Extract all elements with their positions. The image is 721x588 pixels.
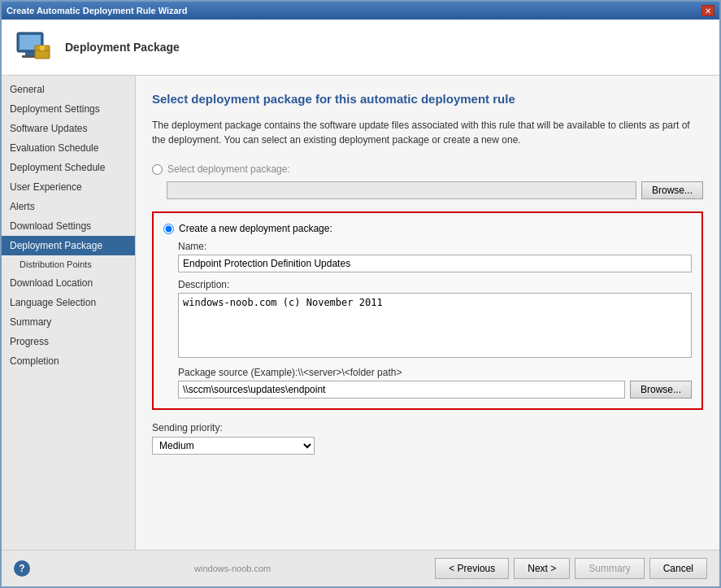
svg-rect-2 [25, 52, 35, 55]
create-radio-row: Create a new deployment package: [163, 223, 692, 234]
footer-buttons: < Previous Next > Summary Cancel [435, 558, 707, 579]
sidebar: General Deployment Settings Software Upd… [2, 76, 136, 550]
sidebar-item-download-location[interactable]: Download Location [2, 273, 135, 293]
header-icon [14, 28, 53, 67]
select-radio[interactable] [152, 164, 163, 175]
create-radio[interactable] [163, 224, 174, 234]
sidebar-item-evaluation-schedule[interactable]: Evaluation Schedule [2, 138, 135, 158]
main-window: Create Automatic Deployment Rule Wizard … [0, 0, 721, 588]
description-label: Description: [178, 279, 692, 290]
browse-button-1[interactable]: Browse... [641, 181, 703, 199]
summary-button[interactable]: Summary [575, 558, 644, 579]
previous-button[interactable]: < Previous [435, 558, 509, 579]
content-area: General Deployment Settings Software Upd… [2, 76, 719, 550]
package-source-row: Browse... [178, 381, 692, 399]
sidebar-item-language-selection[interactable]: Language Selection [2, 293, 135, 312]
select-radio-label: Select deployment package: [167, 163, 290, 175]
sidebar-item-summary[interactable]: Summary [2, 312, 135, 332]
create-form: Name: Description: windows-noob.com (c) … [163, 241, 692, 399]
title-bar: Create Automatic Deployment Rule Wizard … [2, 2, 719, 20]
select-package-section: Select deployment package: Browse... [152, 163, 703, 199]
sidebar-item-progress[interactable]: Progress [2, 332, 135, 351]
package-source-input[interactable] [178, 381, 625, 399]
sidebar-item-deployment-schedule[interactable]: Deployment Schedule [2, 158, 135, 177]
priority-label: Sending priority: [152, 422, 703, 433]
cancel-button[interactable]: Cancel [649, 558, 707, 579]
description-text: The deployment package contains the soft… [152, 118, 703, 147]
select-radio-row: Select deployment package: [152, 163, 703, 175]
footer: ? windows-noob.com < Previous Next > Sum… [2, 550, 719, 586]
sidebar-item-deployment-settings[interactable]: Deployment Settings [2, 99, 135, 119]
sidebar-item-general[interactable]: General [2, 80, 135, 99]
priority-section: Sending priority: Medium Low High [152, 422, 703, 455]
title-bar-text: Create Automatic Deployment Rule Wizard [7, 6, 188, 15]
priority-select[interactable]: Medium Low High [152, 437, 315, 455]
page-title: Select deployment package for this autom… [152, 92, 703, 106]
create-package-box: Create a new deployment package: Name: D… [152, 211, 703, 410]
select-package-input[interactable] [167, 181, 636, 199]
select-package-row: Browse... [152, 181, 703, 199]
sidebar-item-completion[interactable]: Completion [2, 351, 135, 371]
sidebar-item-download-settings[interactable]: Download Settings [2, 216, 135, 236]
header: Deployment Package [2, 20, 719, 76]
browse-button-2[interactable]: Browse... [630, 381, 692, 399]
package-source-label: Package source (Example):\\<server>\<fol… [178, 367, 692, 378]
close-button[interactable]: ✕ [701, 5, 714, 16]
name-input[interactable] [178, 255, 692, 272]
name-label: Name: [178, 241, 692, 252]
create-radio-label: Create a new deployment package: [179, 223, 332, 234]
footer-watermark: windows-noob.com [194, 564, 271, 573]
sidebar-item-distribution-points[interactable]: Distribution Points [2, 255, 135, 273]
sidebar-item-alerts[interactable]: Alerts [2, 197, 135, 216]
help-icon[interactable]: ? [14, 560, 30, 577]
main-panel: Select deployment package for this autom… [136, 76, 719, 550]
next-button[interactable]: Next > [514, 558, 570, 579]
sidebar-item-user-experience[interactable]: User Experience [2, 177, 135, 197]
header-title: Deployment Package [65, 41, 180, 54]
description-textarea[interactable]: windows-noob.com (c) November 2011 [178, 293, 692, 358]
footer-left: ? [14, 560, 30, 577]
sidebar-item-software-updates[interactable]: Software Updates [2, 119, 135, 138]
sidebar-item-deployment-package[interactable]: Deployment Package [2, 236, 135, 255]
svg-rect-6 [40, 46, 45, 50]
